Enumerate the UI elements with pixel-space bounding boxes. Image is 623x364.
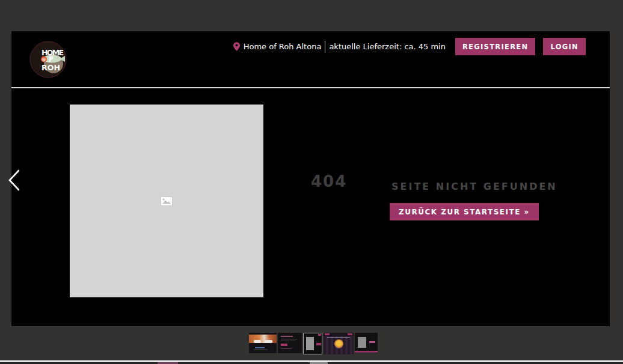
logo-at-symbol: @	[42, 57, 46, 62]
website-screenshot: HOME @ F ROH Home of Roh Altona aktuelle…	[11, 31, 610, 326]
thumb-dish-photo	[334, 339, 343, 348]
image-placeholder-icon	[161, 196, 173, 206]
location-label: Home of Roh Altona	[244, 42, 322, 51]
logo-line3: ROH	[41, 63, 60, 72]
thumb-food-photo	[249, 335, 277, 343]
header-right-group: Home of Roh Altona aktuelle Lieferzeit: …	[233, 38, 586, 55]
register-button[interactable]: REGISTRIEREN	[455, 38, 535, 55]
header-divider	[325, 41, 325, 53]
thumbnail-home-page[interactable]	[249, 333, 277, 353]
thumbnail-info-page[interactable]	[278, 333, 302, 353]
error-404-section: 404 SEITE NICHT GEFUNDEN ZURÜCK ZUR STAR…	[11, 89, 610, 326]
location-group: Home of Roh Altona aktuelle Lieferzeit: …	[233, 41, 446, 53]
site-header: HOME @ F ROH Home of Roh Altona aktuelle…	[11, 31, 610, 88]
thumbnail-product-page[interactable]	[355, 333, 378, 353]
home-of-roh-logo[interactable]: HOME @ F ROH	[29, 41, 67, 78]
back-to-home-button[interactable]: ZURÜCK ZUR STARTSEITE »	[390, 203, 539, 220]
error-title: SEITE NICHT GEFUNDEN	[391, 181, 557, 192]
delivery-time-label: aktuelle Lieferzeit: ca. 45 min	[329, 42, 446, 51]
location-pin-icon	[233, 42, 240, 51]
missing-image-placeholder	[70, 105, 263, 297]
thumbnail-404-page-selected[interactable]	[303, 333, 322, 354]
screenshot-filmstrip	[249, 333, 378, 354]
error-code: 404	[311, 172, 347, 190]
logo-line2: F	[49, 55, 54, 64]
login-button[interactable]: LOGIN	[543, 38, 586, 55]
chevron-left-icon[interactable]	[7, 169, 21, 192]
thumbnail-menu-page[interactable]	[324, 333, 354, 354]
